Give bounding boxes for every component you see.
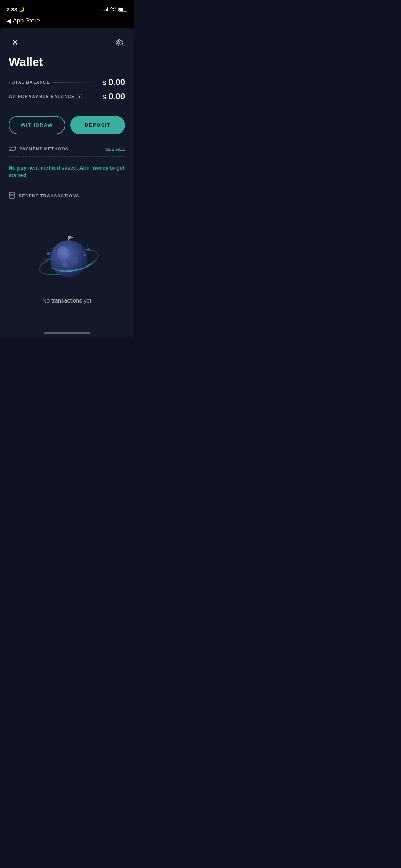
transactions-icon: [9, 192, 15, 200]
settings-button[interactable]: [112, 36, 125, 49]
withdrawable-balance-label: WITHDRAWABLE BALANCE: [9, 94, 74, 99]
status-time: 7:38 🌙: [6, 6, 24, 12]
wifi-icon: [110, 7, 116, 12]
transactions-title: RECENT TRANSACTIONS: [9, 192, 79, 200]
moon-icon: 🌙: [19, 7, 24, 12]
transactions-section: RECENT TRANSACTIONS: [0, 192, 134, 325]
empty-state-illustration: [31, 225, 103, 289]
credit-card-icon: [9, 146, 16, 152]
svg-point-13: [58, 246, 68, 255]
battery-icon: [118, 7, 127, 12]
page-title: Wallet: [0, 55, 134, 77]
home-bar: [44, 332, 90, 334]
see-all-button[interactable]: SEE ALL: [105, 146, 125, 152]
main-container: ✕ Wallet TOTAL BALANCE $ 0.00 WITHDR: [0, 28, 134, 338]
svg-rect-2: [10, 149, 11, 150]
withdrawable-balance-row: WITHDRAWABLE BALANCE i $ 0.00: [9, 92, 125, 102]
action-buttons: WITHDRAW DEPOSIT: [0, 116, 134, 146]
svg-rect-3: [9, 192, 14, 198]
svg-point-18: [87, 248, 90, 251]
appstore-bar[interactable]: ◀ App Store: [0, 16, 134, 28]
withdraw-button[interactable]: WITHDRAW: [9, 116, 65, 134]
transactions-header: RECENT TRANSACTIONS: [0, 192, 134, 205]
status-icons: [102, 7, 127, 12]
balance-section: TOTAL BALANCE $ 0.00 WITHDRAWABLE BALANC…: [0, 77, 134, 116]
header-row: ✕: [0, 28, 134, 55]
back-chevron-icon: ◀: [6, 17, 11, 24]
deposit-button[interactable]: DEPOSIT: [70, 116, 125, 134]
balance-divider-line: [53, 82, 99, 83]
empty-transactions-state: No transactions yet: [0, 211, 134, 325]
no-payment-message: No payment method saved. Add money to ge…: [0, 162, 134, 190]
appstore-label: App Store: [13, 17, 40, 24]
planet-svg: [31, 225, 103, 289]
svg-rect-7: [10, 192, 14, 193]
svg-marker-15: [69, 236, 73, 239]
close-icon: ✕: [12, 39, 18, 47]
withdrawable-divider-line: [87, 97, 99, 97]
svg-point-17: [44, 258, 46, 260]
gear-icon: [114, 38, 123, 47]
total-balance-amount: $ 0.00: [103, 77, 125, 87]
info-icon[interactable]: i: [77, 94, 82, 99]
payment-methods-divider: [9, 156, 125, 157]
time-label: 7:38: [6, 6, 17, 12]
no-transactions-message: No transactions yet: [42, 298, 91, 304]
home-indicator: [0, 325, 134, 338]
payment-methods-header: PAYMENT METHODS SEE ALL: [0, 146, 134, 156]
signal-icon: [102, 7, 108, 11]
transactions-divider: [9, 205, 125, 205]
svg-point-12: [62, 261, 68, 267]
svg-point-19: [87, 245, 88, 247]
status-bar: 7:38 🌙: [0, 0, 134, 16]
withdrawable-balance-amount: $ 0.00: [103, 92, 125, 102]
svg-point-11: [70, 256, 78, 265]
total-balance-row: TOTAL BALANCE $ 0.00: [9, 77, 125, 87]
payment-methods-title: PAYMENT METHODS: [9, 146, 68, 152]
svg-rect-1: [9, 147, 15, 148]
svg-point-16: [47, 252, 50, 255]
total-balance-label: TOTAL BALANCE: [9, 80, 50, 85]
close-button[interactable]: ✕: [9, 36, 21, 49]
